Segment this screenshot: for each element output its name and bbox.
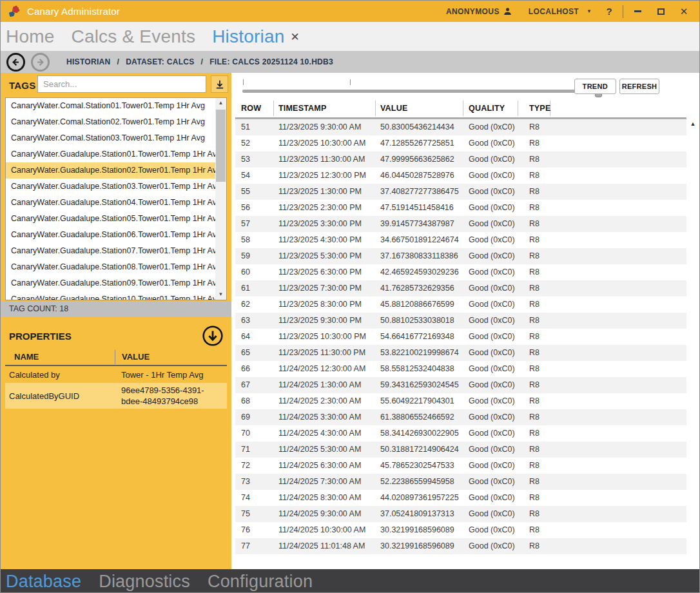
cell-timestamp: 11/24/2025 6:30:00 AM (274, 458, 376, 474)
property-row[interactable]: CalculatedByGUID96ee4789-5356-4391-bdee-… (5, 383, 227, 409)
table-row[interactable]: 6411/23/2025 10:30:00 PM54.6641677216934… (235, 329, 686, 345)
breadcrumb-item[interactable]: HISTORIAN (66, 57, 110, 66)
scroll-up-icon[interactable]: ▲ (215, 98, 226, 108)
cell-value: 42.465924593029236 (376, 264, 463, 280)
tag-search-input[interactable] (37, 75, 206, 93)
table-row[interactable]: 7111/24/2025 5:30:00 AM50.31881721490642… (235, 442, 686, 458)
cell-type: R8 (518, 280, 550, 296)
bottom-nav-configuration[interactable]: Configuration (208, 572, 313, 592)
breadcrumb-separator: / (201, 57, 204, 66)
table-row[interactable]: 7411/24/2025 8:30:00 AM44.02089736195722… (235, 490, 686, 506)
cell-quality: Good (0xC0) (463, 442, 518, 458)
tag-list-item[interactable]: CanaryWater.Guadalupe.Station09.Tower01.… (6, 275, 215, 291)
table-row[interactable]: 7211/24/2025 6:30:00 AM45.78652302547533… (235, 458, 686, 474)
table-row[interactable]: 5611/23/2025 2:30:00 PM47.51914511458416… (235, 200, 686, 216)
table-row[interactable]: 7311/24/2025 7:30:00 AM52.22386559945958… (235, 474, 686, 490)
table-row[interactable]: 6011/23/2025 6:30:00 PM42.46592459302923… (235, 264, 686, 280)
property-row[interactable]: Calculated byTower - 1Hr Temp Avg (5, 366, 227, 383)
scrollbar-thumb[interactable] (216, 110, 226, 182)
cell-type: R8 (518, 119, 550, 135)
table-row[interactable]: 5911/23/2025 5:30:00 PM37.16738083311838… (235, 248, 686, 264)
tab-label: Calcs & Events (72, 26, 196, 47)
tab-historian[interactable]: Historian✕ (212, 26, 300, 47)
column-header-type[interactable]: TYPE (518, 101, 550, 116)
help-button[interactable]: ? (606, 6, 612, 17)
table-row[interactable]: 6911/24/2025 3:30:00 AM61.38806552466592… (235, 409, 686, 425)
cell-row: 61 (235, 280, 274, 296)
cell-timestamp: 11/23/2025 10:30:00 PM (274, 329, 376, 345)
download-tags-button[interactable] (211, 75, 228, 93)
table-row[interactable]: 6211/23/2025 8:30:00 PM45.88120886676599… (235, 296, 686, 313)
table-row[interactable]: 5411/23/2025 12:30:00 PM46.0445028752897… (235, 168, 686, 184)
table-row[interactable]: 5711/23/2025 3:30:00 PM39.91457734387987… (235, 216, 686, 232)
tag-list-item[interactable]: CanaryWater.Guadalupe.Station01.Tower01.… (6, 146, 215, 162)
cell-quality: Good (0xC0) (463, 458, 518, 474)
minimize-icon (634, 10, 641, 12)
column-header-timestamp[interactable]: TIMESTAMP (274, 101, 376, 116)
tab-close-icon[interactable]: ✕ (290, 30, 299, 44)
cell-quality: Good (0xC0) (463, 119, 518, 135)
table-row[interactable]: 7511/24/2025 9:30:00 AM37.05241809137313… (235, 506, 686, 522)
cell-type: R8 (518, 458, 550, 474)
tag-list-item[interactable]: CanaryWater.Guadalupe.Station07.Tower01.… (6, 243, 215, 259)
breadcrumb-item[interactable]: FILE: CALCS 20251124 10.HDB3 (209, 57, 333, 66)
column-header-value[interactable]: VALUE (376, 101, 463, 116)
cell-type: R8 (518, 216, 550, 232)
cell-quality: Good (0xC0) (463, 135, 518, 151)
close-button[interactable]: ✕ (672, 1, 695, 22)
table-row[interactable]: 5811/23/2025 4:30:00 PM34.66750189122467… (235, 232, 686, 248)
table-row[interactable]: 6611/24/2025 12:30:00 AM58.5581253240483… (235, 361, 686, 377)
table-row[interactable]: 5111/23/2025 9:30:00 AM50.83005436214434… (235, 119, 686, 135)
refresh-button[interactable]: REFRESH (619, 79, 659, 94)
maximize-button[interactable] (649, 1, 672, 22)
scroll-down-icon[interactable]: ▼ (215, 289, 226, 300)
tag-list-item[interactable]: CanaryWater.Guadalupe.Station02.Tower01.… (6, 162, 215, 179)
table-row[interactable]: 7711/24/2025 11:01:48 AM30.3219916859608… (235, 538, 686, 554)
tag-list-item[interactable]: CanaryWater.Guadalupe.Station05.Tower01.… (6, 211, 215, 227)
cell-quality: Good (0xC0) (463, 232, 518, 248)
bottom-nav-diagnostics[interactable]: Diagnostics (99, 572, 190, 592)
table-row[interactable]: 6311/23/2025 9:30:00 PM50.88102533038018… (235, 313, 686, 329)
tag-list-item[interactable]: CanaryWater.Guadalupe.Station03.Tower01.… (6, 179, 215, 195)
table-row[interactable]: 6511/23/2025 11:30:00 PM53.8221002199986… (235, 345, 686, 361)
table-row[interactable]: 6711/24/2025 1:30:00 AM59.34316259302454… (235, 377, 686, 393)
properties-expand-button[interactable] (202, 325, 224, 347)
cell-row: 51 (235, 119, 274, 135)
tag-list-item[interactable]: CanaryWater.Guadalupe.Station08.Tower01.… (6, 259, 215, 275)
titlebar-right: ANONYMOUS LOCALHOST ▼ ? ✕ (446, 1, 699, 22)
scroll-up-icon[interactable]: ▲ (687, 121, 699, 127)
table-row[interactable]: 5511/23/2025 1:30:00 PM37.40827727738647… (235, 184, 686, 200)
cell-row: 66 (235, 361, 274, 377)
tag-list-item[interactable]: CanaryWater.Guadalupe.Station06.Tower01.… (6, 227, 215, 243)
table-row[interactable]: 7611/24/2025 10:30:00 AM30.3219916859608… (235, 522, 686, 538)
user-menu[interactable]: ANONYMOUS (446, 7, 512, 16)
trend-button[interactable]: TREND (574, 79, 616, 94)
column-header-quality[interactable]: QUALITY (463, 101, 518, 116)
tab-calcs-events[interactable]: Calcs & Events (72, 26, 196, 47)
table-row[interactable]: 5311/23/2025 11:30:00 AM47.9999566362586… (235, 151, 686, 168)
tag-list-item[interactable]: CanaryWater.Guadalupe.Station10.Tower01.… (6, 291, 215, 300)
time-range-slider[interactable] (242, 77, 602, 97)
breadcrumb-item[interactable]: DATASET: CALCS (126, 57, 194, 66)
table-row[interactable]: 5211/23/2025 10:30:00 AM47.1285526772585… (235, 135, 686, 151)
tag-list-item[interactable]: CanaryWater.Comal.Station02.Tower01.Temp… (6, 114, 215, 130)
back-button[interactable] (6, 53, 25, 72)
slider-track[interactable] (242, 90, 602, 93)
minimize-button[interactable] (626, 1, 649, 22)
host-selector[interactable]: LOCALHOST ▼ (529, 7, 592, 16)
tag-list: CanaryWater.Comal.Station01.Tower01.Temp… (5, 97, 227, 300)
table-row[interactable]: 7011/24/2025 4:30:00 AM58.34142693002290… (235, 425, 686, 442)
tag-list-scrollbar[interactable]: ▲ ▼ (215, 98, 226, 300)
data-table-scrollbar[interactable]: ▲ (687, 119, 699, 555)
tag-list-item[interactable]: CanaryWater.Comal.Station01.Tower01.Temp… (6, 98, 215, 114)
forward-button[interactable] (31, 53, 50, 72)
tags-title: TAGS (9, 80, 35, 91)
tab-home[interactable]: Home (6, 26, 55, 47)
cell-timestamp: 11/23/2025 2:30:00 PM (274, 200, 376, 216)
table-row[interactable]: 6811/24/2025 2:30:00 AM55.60492217904301… (235, 393, 686, 409)
tag-list-item[interactable]: CanaryWater.Comal.Station03.Tower01.Temp… (6, 130, 215, 146)
table-row[interactable]: 6111/23/2025 7:30:00 PM41.76285732629356… (235, 280, 686, 296)
bottom-nav-database[interactable]: Database (6, 572, 81, 592)
tag-list-item[interactable]: CanaryWater.Guadalupe.Station04.Tower01.… (6, 195, 215, 211)
column-header-row[interactable]: ROW (235, 101, 274, 116)
